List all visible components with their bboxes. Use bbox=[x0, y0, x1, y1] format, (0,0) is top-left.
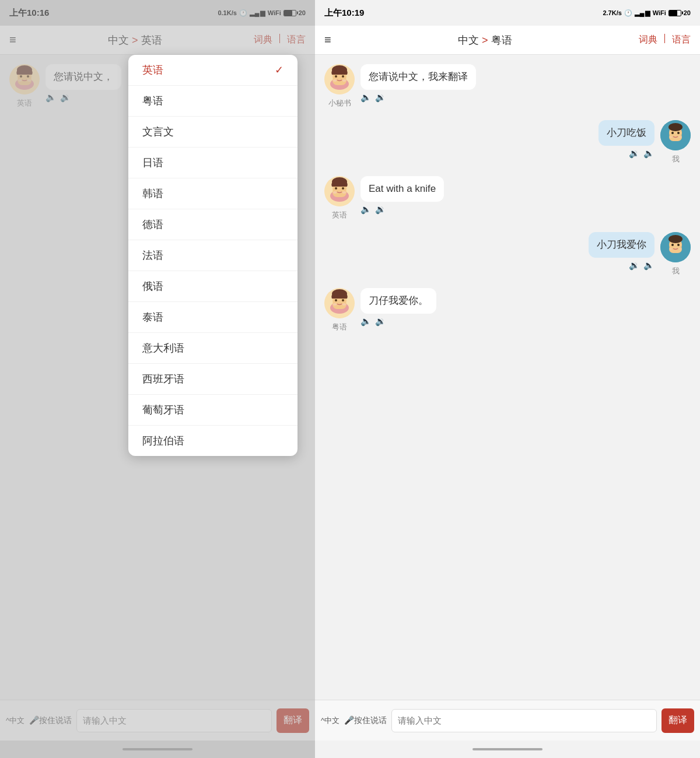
msg1-avatar-col: 小秘书 bbox=[324, 64, 355, 108]
right-mic-label: 🎤按住说话 bbox=[344, 715, 387, 726]
dropdown-item-italian[interactable]: 意大利语 bbox=[128, 333, 298, 364]
svg-point-50 bbox=[333, 303, 337, 306]
svg-point-48 bbox=[342, 299, 344, 301]
dropdown-item-arabic[interactable]: 阿拉伯语 bbox=[128, 426, 298, 456]
svg-point-25 bbox=[679, 136, 682, 138]
right-signal-icon: ▂▄▆ bbox=[635, 9, 650, 17]
msg4-label: 我 bbox=[672, 266, 680, 276]
svg-point-34 bbox=[342, 191, 346, 194]
right-chat-area: 小秘书 您请说中文，我来翻译 🔈 🔉 bbox=[315, 55, 700, 700]
dropdown-item-english-label: 英语 bbox=[142, 63, 163, 77]
svg-point-30 bbox=[335, 187, 337, 190]
msg2-content: 小刀吃饭 🔈 🔉 bbox=[598, 120, 654, 159]
msg5-bubble: 刀仔我爱你。 bbox=[360, 288, 436, 314]
msg1-content: 您请说中文，我来翻译 🔈 🔉 bbox=[360, 64, 476, 103]
msg2-avatar bbox=[660, 120, 691, 150]
dropdown-item-russian-label: 俄语 bbox=[142, 279, 163, 293]
msg5-avatar-col: 粤语 bbox=[324, 288, 355, 332]
msg5-label: 粤语 bbox=[332, 322, 347, 332]
msg4-bubble: 小刀我爱你 bbox=[589, 232, 654, 258]
svg-point-22 bbox=[677, 132, 680, 134]
dropdown-item-classical-label: 文言文 bbox=[142, 125, 174, 139]
dropdown-item-german-label: 德语 bbox=[142, 217, 163, 231]
right-time: 上午10:19 bbox=[324, 8, 364, 19]
dropdown-item-portuguese-label: 葡萄牙语 bbox=[142, 403, 184, 417]
dropdown-item-korean[interactable]: 韩语 bbox=[128, 178, 298, 209]
msg2-label: 我 bbox=[672, 154, 680, 164]
right-data-speed: 2.7K/s bbox=[603, 9, 621, 16]
msg-row-4: 我 小刀我爱你 🔈 🔉 bbox=[324, 232, 691, 276]
check-icon: ✓ bbox=[275, 64, 284, 76]
msg1-bubble: 您请说中文，我来翻译 bbox=[360, 64, 476, 90]
right-header-actions: 词典 语言 bbox=[639, 34, 691, 46]
right-title-from: 中文 bbox=[458, 34, 479, 46]
msg4-speaker1-icon[interactable]: 🔈 bbox=[643, 260, 654, 271]
svg-point-47 bbox=[335, 299, 337, 301]
right-input-bar: ^中文 🎤按住说话 翻译 bbox=[315, 700, 700, 741]
msg-row-1: 小秘书 您请说中文，我来翻译 🔈 🔉 bbox=[324, 64, 691, 108]
dropdown-item-portuguese[interactable]: 葡萄牙语 bbox=[128, 395, 298, 426]
dropdown-item-spanish[interactable]: 西班牙语 bbox=[128, 364, 298, 395]
msg4-speaker2-icon[interactable]: 🔉 bbox=[629, 260, 640, 271]
msg-row-5: 粤语 刀仔我爱你。 🔈 🔉 bbox=[324, 288, 691, 332]
msg1-speaker2-icon[interactable]: 🔉 bbox=[375, 92, 386, 103]
right-battery-icon bbox=[668, 10, 681, 16]
language-dropdown[interactable]: 英语 ✓ 粤语 文言文 日语 韩语 德语 法语 俄语 泰语 意大利语 bbox=[128, 55, 298, 456]
right-title-to: 粤语 bbox=[491, 34, 512, 46]
msg3-speaker2-icon[interactable]: 🔉 bbox=[375, 204, 386, 215]
dropdown-item-japanese-label: 日语 bbox=[142, 156, 163, 170]
right-translate-button[interactable]: 翻译 bbox=[662, 708, 694, 733]
svg-point-21 bbox=[671, 132, 674, 134]
svg-point-14 bbox=[342, 75, 344, 78]
right-dict-button[interactable]: 词典 bbox=[639, 34, 657, 46]
msg4-avatar-col: 我 bbox=[660, 232, 691, 276]
dropdown-item-german[interactable]: 德语 bbox=[128, 209, 298, 240]
msg1-label: 小秘书 bbox=[328, 98, 351, 108]
dropdown-item-french[interactable]: 法语 bbox=[128, 240, 298, 271]
right-menu-icon[interactable]: ≡ bbox=[324, 33, 331, 47]
right-mic-button[interactable]: 🎤按住说话 bbox=[344, 715, 387, 726]
right-wifi-icon: WiFi bbox=[653, 9, 666, 16]
right-text-input[interactable] bbox=[391, 709, 657, 732]
dropdown-item-classical[interactable]: 文言文 bbox=[128, 117, 298, 148]
svg-point-40 bbox=[668, 235, 682, 243]
right-header: ≡ 中文 > 粤语 词典 语言 bbox=[315, 26, 700, 55]
right-clock-icon: 🕐 bbox=[624, 9, 632, 17]
msg4-avatar bbox=[660, 232, 691, 262]
right-lang-switch[interactable]: ^中文 bbox=[321, 715, 340, 726]
dropdown-item-english[interactable]: 英语 ✓ bbox=[128, 55, 298, 86]
msg2-speaker2-icon[interactable]: 🔉 bbox=[629, 148, 640, 159]
msg5-speaker1-icon[interactable]: 🔈 bbox=[360, 316, 372, 327]
msg3-meta: 🔈 🔉 bbox=[360, 204, 444, 215]
svg-point-17 bbox=[342, 79, 346, 82]
msg5-speaker2-icon[interactable]: 🔉 bbox=[375, 316, 386, 327]
msg3-avatar bbox=[324, 176, 355, 206]
svg-point-42 bbox=[679, 248, 682, 250]
msg-row-3: 英语 Eat with a knife 🔈 🔉 bbox=[324, 176, 691, 220]
dropdown-item-japanese[interactable]: 日语 bbox=[128, 148, 298, 178]
right-lang-switch-label: ^中文 bbox=[321, 715, 340, 726]
msg2-avatar-col: 我 bbox=[660, 120, 691, 164]
right-arrow-icon: > bbox=[482, 34, 491, 46]
dropdown-item-cantonese-label: 粤语 bbox=[142, 94, 163, 108]
right-status-icons: 2.7K/s 🕐 ▂▄▆ WiFi 20 bbox=[603, 9, 691, 17]
msg3-speaker1-icon[interactable]: 🔈 bbox=[360, 204, 372, 215]
msg5-avatar bbox=[324, 288, 355, 318]
right-panel: 上午10:19 2.7K/s 🕐 ▂▄▆ WiFi 20 ≡ 中文 > 粤语 词… bbox=[315, 0, 700, 758]
msg2-speaker1-icon[interactable]: 🔈 bbox=[643, 148, 654, 159]
msg2-bubble: 小刀吃饭 bbox=[598, 120, 654, 146]
dropdown-item-russian[interactable]: 俄语 bbox=[128, 271, 298, 302]
msg1-speaker1-icon[interactable]: 🔈 bbox=[360, 92, 372, 103]
svg-point-41 bbox=[670, 248, 673, 250]
dropdown-item-thai[interactable]: 泰语 bbox=[128, 302, 298, 333]
dropdown-item-cantonese[interactable]: 粤语 bbox=[128, 86, 298, 117]
msg1-avatar bbox=[324, 64, 355, 94]
msg2-meta: 🔈 🔉 bbox=[629, 148, 654, 159]
dropdown-item-italian-label: 意大利语 bbox=[142, 341, 184, 355]
svg-point-31 bbox=[342, 187, 344, 190]
dropdown-item-french-label: 法语 bbox=[142, 248, 163, 262]
right-lang-button[interactable]: 语言 bbox=[672, 34, 691, 46]
msg3-label: 英语 bbox=[332, 210, 347, 220]
right-header-divider bbox=[664, 34, 665, 43]
msg1-meta: 🔈 🔉 bbox=[360, 92, 476, 103]
